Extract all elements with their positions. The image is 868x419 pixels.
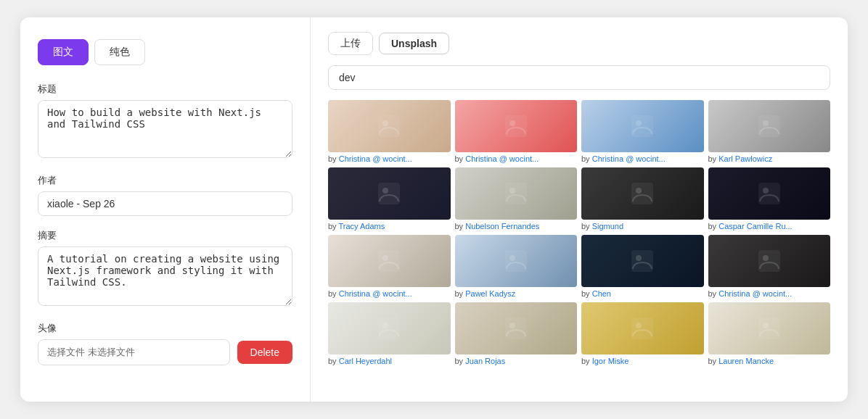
image-credit: by Caspar Camille Ru... (708, 222, 831, 231)
image-item[interactable]: by Pawel Kadysz (455, 235, 578, 298)
author-input[interactable] (38, 191, 292, 216)
image-thumbnail (708, 167, 831, 220)
image-credit-link[interactable]: Pawel Kadysz (465, 289, 515, 298)
title-input[interactable] (38, 100, 292, 158)
image-credit: by Christina @ wocint... (581, 154, 704, 163)
image-credit-link[interactable]: Lauren Mancke (718, 357, 774, 365)
image-item[interactable]: by Lauren Mancke (708, 302, 831, 365)
app-container: 图文 纯色 标题 作者 摘要 头像 选择文件 未选择文件 Delete 上传 U… (20, 17, 848, 402)
svg-point-21 (636, 255, 642, 261)
image-item[interactable]: by Christina @ wocint... (708, 235, 831, 298)
image-credit-link[interactable]: Tracy Adams (338, 222, 385, 231)
image-item[interactable]: by Christina @ wocint... (581, 100, 704, 163)
source-tab-group: 上传 Unsplash (328, 32, 830, 55)
image-thumbnail (455, 235, 578, 287)
image-credit: by Christina @ wocint... (328, 154, 451, 163)
image-thumbnail (455, 167, 578, 220)
image-credit: by Sigmund (581, 222, 704, 231)
image-item[interactable]: by Chen (581, 235, 704, 298)
image-thumbnail (328, 100, 451, 152)
image-credit-link[interactable]: Christina @ wocint... (339, 154, 412, 163)
svg-rect-18 (505, 250, 527, 272)
search-input[interactable] (328, 65, 830, 90)
image-item[interactable]: by Juan Rojas (455, 302, 578, 365)
image-item[interactable]: by Karl Pawlowicz (708, 100, 831, 163)
svg-point-5 (636, 120, 642, 126)
image-thumbnail (581, 302, 704, 354)
title-field-group: 标题 (38, 83, 292, 161)
author-field-group: 作者 (38, 174, 292, 216)
image-credit: by Nubelson Fernandes (455, 222, 578, 231)
image-thumbnail (581, 100, 704, 152)
image-credit-link[interactable]: Juan Rojas (465, 357, 505, 365)
image-credit-link[interactable]: Carl Heyerdahl (339, 357, 392, 365)
tab-unsplash[interactable]: Unsplash (379, 33, 449, 54)
svg-rect-0 (378, 115, 400, 137)
image-item[interactable]: by Tracy Adams (328, 167, 451, 231)
image-credit-link[interactable]: Christina @ wocint... (592, 154, 666, 163)
image-item[interactable]: by Nubelson Fernandes (455, 167, 578, 231)
svg-rect-10 (505, 183, 527, 204)
image-credit: by Christina @ wocint... (455, 154, 578, 163)
tab-upload[interactable]: 上传 (328, 32, 373, 55)
image-credit: by Chen (581, 289, 704, 298)
svg-point-19 (509, 255, 515, 261)
image-credit-link[interactable]: Igor Miske (592, 357, 629, 365)
image-credit-link[interactable]: Sigmund (592, 222, 623, 231)
svg-point-9 (382, 188, 388, 194)
image-item[interactable]: by Sigmund (581, 167, 704, 231)
svg-rect-22 (758, 250, 780, 272)
svg-rect-30 (758, 318, 780, 339)
avatar-label: 头像 (38, 322, 292, 335)
image-item[interactable]: by Christina @ wocint... (328, 235, 451, 298)
svg-point-15 (763, 188, 769, 194)
svg-point-11 (509, 188, 515, 194)
svg-point-17 (382, 255, 388, 261)
image-credit-link[interactable]: Christina @ wocint... (465, 154, 539, 163)
tab-solid-color[interactable]: 纯色 (94, 39, 145, 65)
image-thumbnail (455, 302, 578, 354)
image-item[interactable]: by Igor Miske (581, 302, 704, 365)
svg-rect-28 (631, 318, 653, 339)
image-credit-link[interactable]: Christina @ wocint... (718, 289, 792, 298)
svg-rect-14 (758, 183, 780, 204)
image-credit: by Christina @ wocint... (708, 289, 831, 298)
image-item[interactable]: by Carl Heyerdahl (328, 302, 451, 365)
file-input[interactable]: 选择文件 未选择文件 (38, 339, 230, 365)
avatar-field-group: 头像 选择文件 未选择文件 Delete (38, 322, 292, 365)
delete-button[interactable]: Delete (237, 341, 292, 364)
image-item[interactable]: by Caspar Camille Ru... (708, 167, 831, 231)
left-panel: 图文 纯色 标题 作者 摘要 头像 选择文件 未选择文件 Delete (20, 17, 311, 402)
svg-rect-24 (378, 318, 400, 339)
right-panel: 上传 Unsplash by Christina @ wocint... by … (311, 17, 848, 402)
image-item[interactable]: by Christina @ wocint... (455, 100, 578, 163)
svg-rect-12 (631, 183, 653, 204)
image-credit-link[interactable]: Christina @ wocint... (339, 289, 412, 298)
image-credit: by Juan Rojas (455, 357, 578, 365)
svg-point-29 (636, 323, 642, 328)
image-credit-link[interactable]: Caspar Camille Ru... (718, 222, 792, 231)
svg-rect-20 (631, 250, 653, 272)
title-label: 标题 (38, 83, 292, 96)
image-credit-link[interactable]: Karl Pawlowicz (718, 154, 772, 163)
image-credit: by Igor Miske (581, 357, 704, 365)
view-tab-group: 图文 纯色 (38, 39, 292, 65)
image-credit: by Christina @ wocint... (328, 289, 451, 298)
image-item[interactable]: by Christina @ wocint... (328, 100, 451, 163)
author-label: 作者 (38, 174, 292, 187)
image-credit: by Karl Pawlowicz (708, 154, 831, 163)
image-credit-link[interactable]: Chen (592, 289, 611, 298)
image-thumbnail (708, 235, 831, 287)
svg-rect-6 (758, 115, 780, 137)
image-grid-wrapper[interactable]: by Christina @ wocint... by Christina @ … (328, 100, 830, 387)
image-thumbnail (708, 100, 831, 152)
summary-input[interactable] (38, 246, 292, 306)
svg-point-25 (382, 323, 388, 328)
image-credit: by Pawel Kadysz (455, 289, 578, 298)
tab-image-text[interactable]: 图文 (38, 39, 89, 65)
svg-point-27 (509, 323, 515, 328)
image-thumbnail (581, 235, 704, 287)
image-credit-link[interactable]: Nubelson Fernandes (465, 222, 539, 231)
avatar-row: 选择文件 未选择文件 Delete (38, 339, 292, 365)
svg-rect-8 (378, 183, 400, 204)
